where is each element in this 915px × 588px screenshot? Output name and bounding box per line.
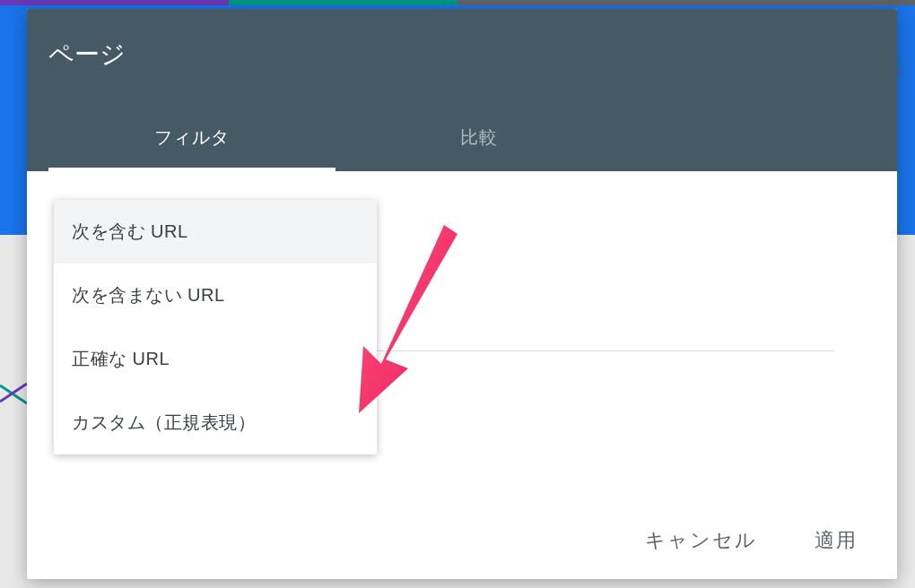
filter-type-dropdown: 次を含む URL 次を含まない URL 正確な URL カスタム（正規表現）: [54, 200, 377, 454]
cancel-button[interactable]: キャンセル: [634, 520, 768, 561]
tab-filter[interactable]: フィルタ: [48, 108, 336, 171]
apply-button[interactable]: 適用: [804, 520, 868, 561]
tab-compare[interactable]: 比較: [336, 108, 623, 171]
dialog-body: 次を含む URL 次を含まない URL 正確な URL カスタム（正規表現）: [27, 171, 897, 501]
dropdown-item-not-contains[interactable]: 次を含まない URL: [54, 264, 377, 327]
dialog-title: ページ: [48, 38, 876, 108]
dialog-footer: キャンセル 適用: [27, 501, 897, 579]
chart-line-fragment: [0, 368, 27, 421]
dropdown-item-contains[interactable]: 次を含む URL: [54, 200, 377, 264]
dropdown-item-exact[interactable]: 正確な URL: [54, 327, 377, 391]
dropdown-item-custom-regex[interactable]: カスタム（正規表現）: [54, 391, 377, 454]
backdrop-topbar: [0, 0, 915, 5]
dialog-header: ページ フィルタ 比較: [27, 9, 897, 171]
tabs: フィルタ 比較: [48, 108, 876, 171]
page-filter-dialog: ページ フィルタ 比較 次を含む URL 次を含まない URL 正確な URL …: [27, 9, 897, 579]
